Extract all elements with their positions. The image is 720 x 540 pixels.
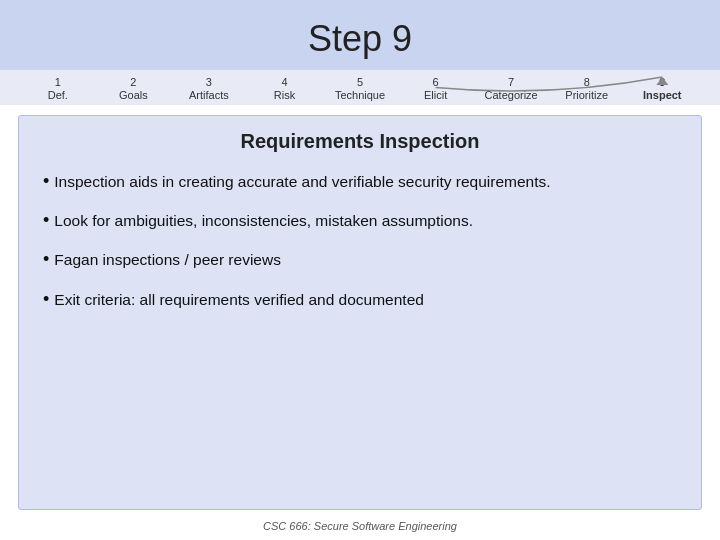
step-item-elicit: 6 Elicit — [398, 76, 474, 101]
bullet-item: Fagan inspections / peer reviews — [43, 247, 677, 272]
step-label: Artifacts — [189, 89, 229, 101]
step-num: 2 — [130, 76, 136, 88]
step-item-inspect: 9 Inspect — [625, 76, 701, 101]
step-item-def.: 1 Def. — [20, 76, 96, 101]
header: Step 9 — [0, 0, 720, 70]
step-num: 8 — [584, 76, 590, 88]
step-label: Categorize — [485, 89, 538, 101]
step-num: 9 — [659, 76, 665, 88]
step-num: 4 — [281, 76, 287, 88]
bullet-item: Exit criteria: all requirements verified… — [43, 287, 677, 312]
step-item-categorize: 7 Categorize — [473, 76, 549, 101]
steps-bar: 1 Def. 2 Goals 3 Artifacts 4 Risk 5 Tech… — [0, 70, 720, 105]
step-label: Elicit — [424, 89, 447, 101]
step-label: Def. — [48, 89, 68, 101]
step-num: 3 — [206, 76, 212, 88]
bullet-item: Look for ambiguities, inconsistencies, m… — [43, 208, 677, 233]
slide: Step 9 1 Def. 2 Goals 3 Artifacts 4 Risk… — [0, 0, 720, 540]
step-label: Inspect — [643, 89, 682, 101]
step-label: Prioritize — [565, 89, 608, 101]
step-label: Risk — [274, 89, 295, 101]
step-item-prioritize: 8 Prioritize — [549, 76, 625, 101]
step-num: 7 — [508, 76, 514, 88]
page-title: Step 9 — [0, 18, 720, 60]
content-area: Requirements Inspection Inspection aids … — [18, 115, 702, 510]
footer: CSC 666: Secure Software Engineering — [0, 516, 720, 540]
content-title: Requirements Inspection — [43, 130, 677, 153]
bullet-item: Inspection aids in creating accurate and… — [43, 169, 677, 194]
step-label: Goals — [119, 89, 148, 101]
step-num: 6 — [433, 76, 439, 88]
step-item-risk: 4 Risk — [247, 76, 323, 101]
step-num: 1 — [55, 76, 61, 88]
bullet-list: Inspection aids in creating accurate and… — [43, 169, 677, 312]
footer-text: CSC 666: Secure Software Engineering — [263, 520, 457, 532]
step-label: Technique — [335, 89, 385, 101]
step-item-technique: 5 Technique — [322, 76, 398, 101]
step-num: 5 — [357, 76, 363, 88]
step-item-artifacts: 3 Artifacts — [171, 76, 247, 101]
step-item-goals: 2 Goals — [96, 76, 172, 101]
